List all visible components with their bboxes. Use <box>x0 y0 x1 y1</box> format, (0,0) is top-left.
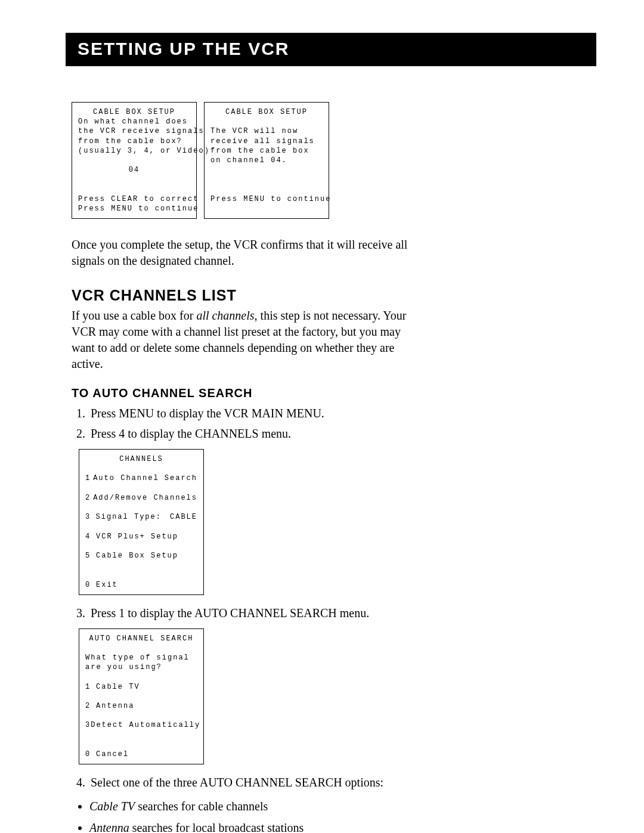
paragraph: Once you complete the setup, the VCR con… <box>72 237 411 269</box>
menu-item: Detect Automatically <box>91 720 200 730</box>
step-list: Press MENU to display the VCR MAIN MENU.… <box>72 405 411 442</box>
chapter-title: SETTING UP THE VCR <box>78 39 584 59</box>
menu-item: Cable Box Setup <box>96 551 178 561</box>
screen-line: receive all signals <box>210 137 315 145</box>
italic-text: all channels <box>196 309 254 322</box>
bullet-list: Cable TV searches for cable channels Ant… <box>72 798 411 833</box>
screen-line: The VCR will now <box>210 127 298 135</box>
screen-line: the VCR receive signals <box>78 127 205 135</box>
screen-value: 04 <box>78 165 190 175</box>
bullet-item: Cable TV searches for cable channels <box>89 798 411 815</box>
screen-line: On what channel does <box>78 117 188 126</box>
menu-item: Auto Channel Search <box>93 473 197 483</box>
osd-screen-cable-setup-question: CABLE BOX SETUPOn what channel does the … <box>72 102 197 219</box>
step-item: Press 4 to display the CHANNELS menu. <box>88 425 411 442</box>
screen-line: are you using? <box>85 663 162 671</box>
screen-line: on channel 04. <box>210 156 287 165</box>
menu-item: Signal Type: <box>96 512 162 522</box>
bullet-item: Antenna searches for local broadcast sta… <box>89 819 411 833</box>
osd-screen-cable-setup-confirm: CABLE BOX SETUP The VCR will now receive… <box>204 102 329 219</box>
screen-footer: Press CLEAR to correct <box>78 195 199 203</box>
step-item: Select one of the three AUTO CHANNEL SEA… <box>88 774 411 791</box>
menu-item: Cable TV <box>96 682 140 692</box>
screen-title: AUTO CHANNEL SEARCH <box>85 634 197 643</box>
content-column: CABLE BOX SETUPOn what channel does the … <box>72 102 411 833</box>
manual-page: SETTING UP THE VCR CABLE BOX SETUPOn wha… <box>0 0 644 833</box>
step-item: Press MENU to display the VCR MAIN MENU. <box>88 405 411 422</box>
screen-title: CABLE BOX SETUP <box>78 107 190 117</box>
chapter-title-bar: SETTING UP THE VCR <box>66 33 596 66</box>
osd-screen-channels-menu: CHANNELS 1Auto Channel Search 2Add/Remov… <box>79 449 204 595</box>
subsection-heading: TO AUTO CHANNEL SEARCH <box>72 386 411 400</box>
step-item: Press 1 to display the AUTO CHANNEL SEAR… <box>88 605 411 621</box>
osd-screen-auto-channel-search: AUTO CHANNEL SEARCH What type of signal … <box>79 628 204 764</box>
menu-item: Antenna <box>96 701 134 711</box>
screen-line: from the cable box <box>210 147 309 155</box>
menu-item: VCR Plus+ Setup <box>96 532 178 541</box>
screen-pair: CABLE BOX SETUPOn what channel does the … <box>72 102 411 219</box>
screen-footer: Press MENU to continue <box>78 205 199 213</box>
screen-line: What type of signal <box>85 654 190 662</box>
screen-title: CHANNELS <box>85 454 197 464</box>
menu-value: CABLE <box>170 512 197 522</box>
step-list: Press 1 to display the AUTO CHANNEL SEAR… <box>72 605 411 621</box>
step-list: Select one of the three AUTO CHANNEL SEA… <box>72 774 411 791</box>
screen-line: (usually 3, 4, or Video) <box>78 147 210 155</box>
screen-footer: Press MENU to continue <box>210 195 331 203</box>
menu-item: Exit <box>96 580 118 590</box>
menu-item: Add/Remove Channels <box>93 493 197 503</box>
section-heading: VCR CHANNELS LIST <box>72 287 411 304</box>
screen-title: CABLE BOX SETUP <box>210 107 323 117</box>
menu-item: Cancel <box>96 750 129 759</box>
screen-line: from the cable box? <box>78 137 182 145</box>
paragraph: If you use a cable box for all channels,… <box>72 308 411 372</box>
